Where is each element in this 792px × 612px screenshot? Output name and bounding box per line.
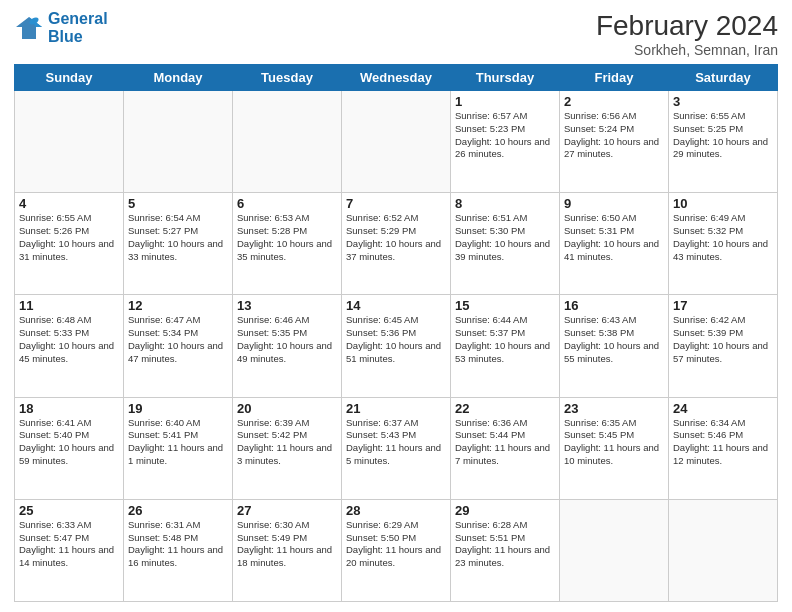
day-info: Sunrise: 6:37 AM Sunset: 5:43 PM Dayligh… [346,417,446,468]
calendar-cell [124,91,233,193]
day-number: 1 [455,94,555,109]
day-number: 12 [128,298,228,313]
day-number: 8 [455,196,555,211]
day-number: 22 [455,401,555,416]
day-header-saturday: Saturday [669,65,778,91]
day-info: Sunrise: 6:35 AM Sunset: 5:45 PM Dayligh… [564,417,664,468]
day-number: 5 [128,196,228,211]
calendar-cell: 7Sunrise: 6:52 AM Sunset: 5:29 PM Daylig… [342,193,451,295]
day-info: Sunrise: 6:33 AM Sunset: 5:47 PM Dayligh… [19,519,119,570]
day-info: Sunrise: 6:55 AM Sunset: 5:26 PM Dayligh… [19,212,119,263]
calendar-cell: 23Sunrise: 6:35 AM Sunset: 5:45 PM Dayli… [560,397,669,499]
calendar-cell: 11Sunrise: 6:48 AM Sunset: 5:33 PM Dayli… [15,295,124,397]
day-number: 28 [346,503,446,518]
calendar-cell [669,499,778,601]
subtitle: Sorkheh, Semnan, Iran [596,42,778,58]
calendar-cell: 19Sunrise: 6:40 AM Sunset: 5:41 PM Dayli… [124,397,233,499]
day-number: 2 [564,94,664,109]
calendar-cell: 27Sunrise: 6:30 AM Sunset: 5:49 PM Dayli… [233,499,342,601]
day-info: Sunrise: 6:49 AM Sunset: 5:32 PM Dayligh… [673,212,773,263]
day-info: Sunrise: 6:30 AM Sunset: 5:49 PM Dayligh… [237,519,337,570]
calendar-cell: 28Sunrise: 6:29 AM Sunset: 5:50 PM Dayli… [342,499,451,601]
day-number: 23 [564,401,664,416]
header: General Blue February 2024 Sorkheh, Semn… [14,10,778,58]
day-number: 21 [346,401,446,416]
day-info: Sunrise: 6:48 AM Sunset: 5:33 PM Dayligh… [19,314,119,365]
calendar-cell: 3Sunrise: 6:55 AM Sunset: 5:25 PM Daylig… [669,91,778,193]
day-number: 27 [237,503,337,518]
day-header-monday: Monday [124,65,233,91]
day-number: 19 [128,401,228,416]
day-number: 15 [455,298,555,313]
day-info: Sunrise: 6:40 AM Sunset: 5:41 PM Dayligh… [128,417,228,468]
calendar-cell: 10Sunrise: 6:49 AM Sunset: 5:32 PM Dayli… [669,193,778,295]
calendar-cell: 1Sunrise: 6:57 AM Sunset: 5:23 PM Daylig… [451,91,560,193]
day-header-friday: Friday [560,65,669,91]
day-info: Sunrise: 6:29 AM Sunset: 5:50 PM Dayligh… [346,519,446,570]
day-number: 18 [19,401,119,416]
day-info: Sunrise: 6:44 AM Sunset: 5:37 PM Dayligh… [455,314,555,365]
calendar-cell [560,499,669,601]
day-number: 24 [673,401,773,416]
title-block: February 2024 Sorkheh, Semnan, Iran [596,10,778,58]
calendar-cell: 9Sunrise: 6:50 AM Sunset: 5:31 PM Daylig… [560,193,669,295]
calendar-cell: 26Sunrise: 6:31 AM Sunset: 5:48 PM Dayli… [124,499,233,601]
day-info: Sunrise: 6:31 AM Sunset: 5:48 PM Dayligh… [128,519,228,570]
day-header-tuesday: Tuesday [233,65,342,91]
calendar-cell: 16Sunrise: 6:43 AM Sunset: 5:38 PM Dayli… [560,295,669,397]
day-info: Sunrise: 6:55 AM Sunset: 5:25 PM Dayligh… [673,110,773,161]
day-number: 6 [237,196,337,211]
calendar-cell: 12Sunrise: 6:47 AM Sunset: 5:34 PM Dayli… [124,295,233,397]
day-info: Sunrise: 6:52 AM Sunset: 5:29 PM Dayligh… [346,212,446,263]
day-header-wednesday: Wednesday [342,65,451,91]
day-number: 11 [19,298,119,313]
day-number: 29 [455,503,555,518]
calendar-cell: 5Sunrise: 6:54 AM Sunset: 5:27 PM Daylig… [124,193,233,295]
logo: General Blue [14,10,108,45]
day-number: 4 [19,196,119,211]
day-info: Sunrise: 6:42 AM Sunset: 5:39 PM Dayligh… [673,314,773,365]
day-info: Sunrise: 6:50 AM Sunset: 5:31 PM Dayligh… [564,212,664,263]
calendar-cell: 20Sunrise: 6:39 AM Sunset: 5:42 PM Dayli… [233,397,342,499]
calendar-cell: 24Sunrise: 6:34 AM Sunset: 5:46 PM Dayli… [669,397,778,499]
logo-icon [14,13,44,43]
day-info: Sunrise: 6:39 AM Sunset: 5:42 PM Dayligh… [237,417,337,468]
calendar-cell [233,91,342,193]
day-info: Sunrise: 6:34 AM Sunset: 5:46 PM Dayligh… [673,417,773,468]
calendar-cell: 4Sunrise: 6:55 AM Sunset: 5:26 PM Daylig… [15,193,124,295]
day-number: 17 [673,298,773,313]
calendar-cell: 29Sunrise: 6:28 AM Sunset: 5:51 PM Dayli… [451,499,560,601]
day-number: 7 [346,196,446,211]
day-info: Sunrise: 6:51 AM Sunset: 5:30 PM Dayligh… [455,212,555,263]
day-number: 10 [673,196,773,211]
week-row-2: 11Sunrise: 6:48 AM Sunset: 5:33 PM Dayli… [15,295,778,397]
day-info: Sunrise: 6:57 AM Sunset: 5:23 PM Dayligh… [455,110,555,161]
calendar-cell [342,91,451,193]
page: General Blue February 2024 Sorkheh, Semn… [0,0,792,612]
calendar-cell: 15Sunrise: 6:44 AM Sunset: 5:37 PM Dayli… [451,295,560,397]
week-row-3: 18Sunrise: 6:41 AM Sunset: 5:40 PM Dayli… [15,397,778,499]
calendar-cell: 13Sunrise: 6:46 AM Sunset: 5:35 PM Dayli… [233,295,342,397]
calendar-cell: 17Sunrise: 6:42 AM Sunset: 5:39 PM Dayli… [669,295,778,397]
calendar-cell: 25Sunrise: 6:33 AM Sunset: 5:47 PM Dayli… [15,499,124,601]
logo-text: General Blue [48,10,108,45]
day-header-sunday: Sunday [15,65,124,91]
day-info: Sunrise: 6:53 AM Sunset: 5:28 PM Dayligh… [237,212,337,263]
calendar-cell: 6Sunrise: 6:53 AM Sunset: 5:28 PM Daylig… [233,193,342,295]
day-info: Sunrise: 6:43 AM Sunset: 5:38 PM Dayligh… [564,314,664,365]
calendar-cell [15,91,124,193]
calendar-cell: 21Sunrise: 6:37 AM Sunset: 5:43 PM Dayli… [342,397,451,499]
day-number: 3 [673,94,773,109]
day-info: Sunrise: 6:45 AM Sunset: 5:36 PM Dayligh… [346,314,446,365]
day-info: Sunrise: 6:46 AM Sunset: 5:35 PM Dayligh… [237,314,337,365]
week-row-0: 1Sunrise: 6:57 AM Sunset: 5:23 PM Daylig… [15,91,778,193]
day-header-thursday: Thursday [451,65,560,91]
calendar-header-row: SundayMondayTuesdayWednesdayThursdayFrid… [15,65,778,91]
calendar-table: SundayMondayTuesdayWednesdayThursdayFrid… [14,64,778,602]
day-number: 20 [237,401,337,416]
day-info: Sunrise: 6:36 AM Sunset: 5:44 PM Dayligh… [455,417,555,468]
week-row-1: 4Sunrise: 6:55 AM Sunset: 5:26 PM Daylig… [15,193,778,295]
day-number: 16 [564,298,664,313]
day-number: 13 [237,298,337,313]
day-info: Sunrise: 6:47 AM Sunset: 5:34 PM Dayligh… [128,314,228,365]
